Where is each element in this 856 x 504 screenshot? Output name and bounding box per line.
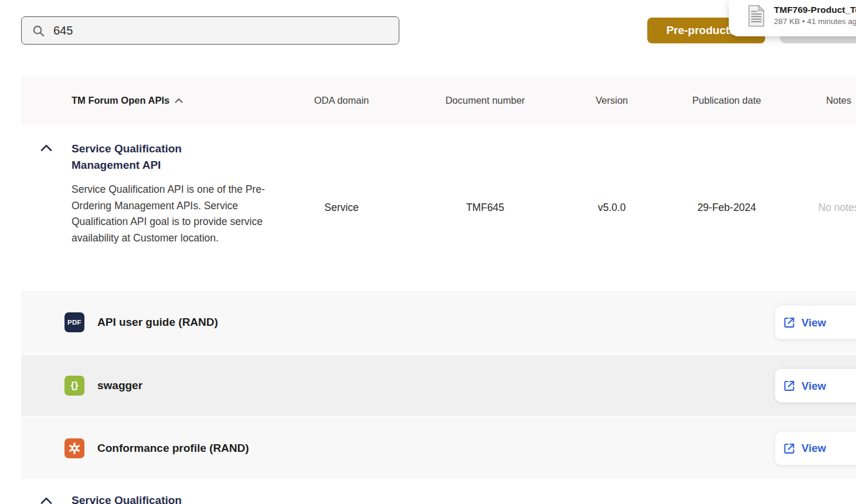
asset-row-conformance-profile: Conformance profile (RAND) View <box>21 417 856 479</box>
header-spacer <box>21 76 72 125</box>
pdf-file-icon: PDF <box>64 312 84 332</box>
download-meta: 287 KB • 41 minutes ag <box>774 17 856 26</box>
swagger-braces-icon: {} <box>64 376 84 396</box>
table-header-row: TM Forum Open APIs ODA domain Document n… <box>21 76 856 125</box>
api-publication-date: 29-Feb-2024 <box>670 125 784 291</box>
api-title[interactable]: Service Qualification <box>72 494 182 504</box>
search-icon <box>32 24 45 38</box>
api-title[interactable]: Service Qualification Management API <box>72 141 218 173</box>
api-version: v5.0.0 <box>554 125 670 291</box>
view-button-api-user-guide[interactable]: View <box>775 306 856 339</box>
column-header-tm-forum-open-apis[interactable]: TM Forum Open APIs <box>72 76 267 125</box>
asset-row-api-user-guide: PDF API user guide (RAND) View <box>21 291 856 354</box>
api-oda-domain: Service <box>267 125 416 291</box>
sort-ascending-icon <box>175 98 183 103</box>
external-link-icon <box>783 380 796 392</box>
api-document-number: TMF645 <box>416 125 554 291</box>
download-popup[interactable]: TMF769-Product_Te 287 KB • 41 minutes ag <box>729 0 856 36</box>
download-filename: TMF769-Product_Te <box>774 5 856 15</box>
asset-row-swagger: {} swagger View <box>21 355 856 416</box>
search-input[interactable] <box>53 24 370 38</box>
api-row: Service Qualification Management API Ser… <box>21 125 856 291</box>
open-apis-table: TM Forum Open APIs ODA domain Document n… <box>21 76 856 504</box>
column-header-oda-domain[interactable]: ODA domain <box>267 76 416 125</box>
asset-label: Conformance profile (RAND) <box>97 442 249 455</box>
document-file-icon <box>748 5 765 27</box>
api-notes: No notes <box>784 125 856 291</box>
column-header-document-number[interactable]: Document number <box>416 76 554 125</box>
column-header-notes[interactable]: Notes <box>784 76 856 125</box>
asset-label: swagger <box>97 379 142 392</box>
view-button-conformance-profile[interactable]: View <box>775 431 856 465</box>
column-header-publication-date[interactable]: Publication date <box>670 76 784 125</box>
next-api-row: Service Qualification <box>21 483 856 504</box>
external-link-icon <box>783 316 796 329</box>
collapse-chevron-up-icon[interactable] <box>40 497 52 504</box>
api-description: Service Qualification API is one of the … <box>72 182 265 246</box>
search-bar <box>21 16 399 45</box>
view-button-swagger[interactable]: View <box>775 369 856 403</box>
asset-label: API user guide (RAND) <box>97 316 218 329</box>
external-link-icon <box>783 442 796 454</box>
gear-icon <box>64 438 84 458</box>
column-header-version[interactable]: Version <box>554 76 670 125</box>
collapse-chevron-up-icon[interactable] <box>40 144 52 152</box>
